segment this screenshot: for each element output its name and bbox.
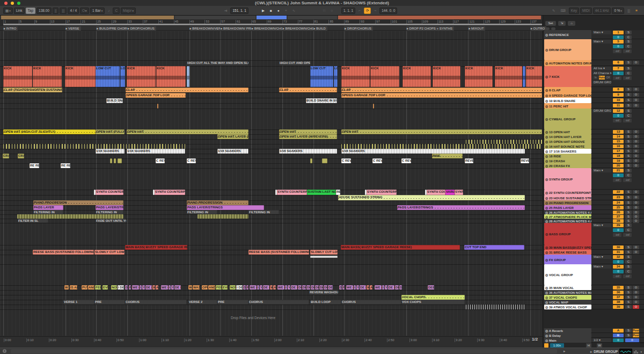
track-name[interactable]: ◎ 28 AUTOMATION NOTES 4 ABOVE [544,219,591,223]
track-number[interactable]: 37 [613,295,624,299]
track-number[interactable]: 9 [613,93,624,97]
clip[interactable]: WE C [161,285,168,290]
track-name[interactable]: ◎ FX GROUP [544,255,591,264]
track-number[interactable]: 7 [613,67,624,70]
track-number[interactable]: 25 [613,206,624,209]
clip[interactable]: FILTERING IN [33,210,63,214]
track-name[interactable]: ◎ CYMBAL GROUP [544,109,591,129]
track-number[interactable]: B [613,334,624,337]
output-routing-selector[interactable]: Main ▾ [592,265,611,269]
track-name[interactable]: ◎ B Delay [544,333,591,338]
pan-value[interactable]: 0 [613,228,624,232]
pan-value[interactable]: 0 [613,45,624,48]
track-name[interactable]: ◎ 23 HOUSE SUSTAINED STRING [544,195,591,200]
clip[interactable]: Y [260,285,262,290]
clip[interactable]: KICK [341,66,370,87]
bar-number[interactable]: 117 [453,20,459,24]
clip[interactable]: LO [334,66,338,87]
crossfade-assign[interactable]: C [625,270,632,273]
solo-button[interactable]: S [625,98,632,102]
arm-button[interactable]: ⊙ [633,206,639,209]
clip[interactable]: PADS LAYER/STRINGS [96,205,123,210]
locator-flag[interactable]: ▸ DROP P2 CHOPS + SYNTHS [406,26,454,31]
clip[interactable]: IS AL [70,285,77,290]
clip[interactable]: CHORUS [125,300,187,305]
automation-arm-icon[interactable]: ∿ [290,8,297,14]
clip[interactable]: REVE [465,158,473,163]
height-zoom-button[interactable]: H [586,343,591,348]
bar-number[interactable]: 73 [282,20,287,24]
track-number[interactable]: 29 [613,223,624,227]
pan-value[interactable]: 0 [613,174,624,177]
bar-number[interactable]: 137 [530,20,537,24]
solo-button[interactable]: S [625,130,632,134]
clip[interactable]: CUT TOP END [464,245,524,250]
clip[interactable]: WE C [277,285,284,290]
output-routing-selector[interactable]: Main ▾ [592,223,611,227]
arm-button[interactable]: ⊙ [633,201,639,205]
track-number[interactable]: 39 [613,305,624,309]
clip[interactable]: KICK [65,66,96,87]
crossfade-assign[interactable]: C [625,71,632,75]
track-number[interactable]: 14 [613,135,624,139]
pan-value[interactable]: 0 [613,35,624,39]
solo-button[interactable]: S [625,334,632,337]
arm-button[interactable]: ⊙ [633,245,639,249]
tap-tempo-button[interactable]: Tap [26,8,35,14]
device-collapse-arrow-icon[interactable]: ▸ [564,349,566,353]
clip[interactable]: FILTERING IN [248,210,279,214]
solo-button[interactable]: S [625,300,632,304]
scale-name-menu[interactable]: Major▾ [121,8,136,14]
clip[interactable]: WE C [250,285,257,290]
arm-button[interactable]: ⊙ [633,295,639,299]
solo-button[interactable]: S [625,135,632,139]
clip[interactable] [3,144,186,149]
locator-flag[interactable]: ▸ MIXOUT [468,26,485,31]
solo-button[interactable]: S [625,154,632,158]
clip[interactable]: WAS [193,285,200,290]
track-name[interactable]: ◎ SYNTH GROUP [544,168,591,190]
clip[interactable] [197,214,248,219]
clip[interactable]: DE DE [145,285,152,290]
arm-button[interactable]: ⊙ [633,250,639,254]
cpu-meter[interactable]: 0 %▾ [612,8,624,14]
clip[interactable]: DE [298,285,302,290]
clip[interactable]: KICK [433,66,460,87]
solo-button[interactable]: S [625,159,632,163]
bar-number[interactable]: 77 [298,20,303,24]
arm-button[interactable]: ⊙ [633,104,639,107]
track-name[interactable]: ◎ 7 KICK [544,66,591,87]
bar-number[interactable]: 121 [468,20,474,24]
bar-number[interactable]: 133 [515,20,521,24]
clip[interactable]: SYNTH [455,190,463,195]
width-zoom-button[interactable]: W [597,343,602,348]
volume-display[interactable]: -inf [623,76,632,80]
solo-button[interactable]: S [625,295,632,299]
follow-zoom-icon[interactable] [544,343,548,348]
clip[interactable]: KICK [465,66,493,87]
track-number[interactable]: 35 [613,286,624,290]
clip[interactable]: CLAP [126,88,248,92]
clip[interactable]: R [342,285,345,290]
arm-button[interactable]: ⊙ [633,286,639,290]
clip[interactable]: KICK [526,66,542,87]
clip[interactable]: 1/16 SHAKERS [341,149,525,154]
clip[interactable] [17,214,123,219]
stop-button[interactable]: ■ [268,8,274,14]
clip[interactable]: 1/16 SHAKERS [279,149,337,154]
track-name[interactable]: ◎ A Reverb [544,328,591,333]
arm-button[interactable]: ⊙ [633,305,639,309]
volume-display[interactable]: -inf [623,274,632,278]
clip[interactable]: PADS LAYER/STRINGS [187,205,264,210]
clip[interactable]: WE C [346,285,353,290]
bar-number[interactable]: 129 [499,20,506,24]
key-map-button[interactable]: Key [569,8,579,14]
time-signature-display[interactable]: 4 / 4 [68,8,79,14]
clip[interactable] [523,66,525,87]
clip[interactable]: SYNTH COUNTERPOINT [155,190,185,195]
device-play-icon[interactable]: ▸ [590,350,592,354]
clip[interactable]: DE [306,285,310,290]
track-name[interactable]: ◎ 15 OPEN HAT GROOVE [544,139,591,144]
clip[interactable]: SYNTH COUNTERPOINT [277,190,307,195]
clip[interactable]: PIANO PROGRESSION [187,200,248,205]
